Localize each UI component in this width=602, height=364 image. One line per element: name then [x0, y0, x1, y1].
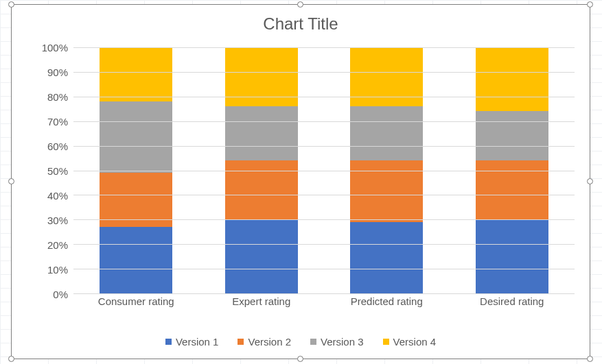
resize-handle-w[interactable] [8, 178, 14, 184]
bar-segment[interactable] [100, 173, 172, 227]
x-axis-label: Desired rating [450, 295, 575, 315]
legend-label: Version 3 [321, 336, 364, 348]
legend-label: Version 2 [248, 336, 291, 348]
y-tick-label: 20% [47, 239, 68, 251]
bar-segment[interactable] [350, 222, 423, 293]
bar-segment[interactable] [100, 101, 172, 173]
bar-segment[interactable] [225, 106, 298, 160]
gridline [73, 244, 575, 245]
bar-segment[interactable] [350, 106, 423, 160]
bar-segment[interactable] [225, 219, 298, 293]
resize-handle-nw[interactable] [8, 1, 14, 8]
legend-swatch [165, 339, 172, 345]
resize-handle-n[interactable] [297, 1, 303, 8]
gridline [73, 121, 575, 122]
y-tick-label: 100% [42, 42, 68, 53]
legend-swatch [310, 339, 316, 345]
x-axis-label: Predicted rating [324, 295, 450, 315]
gridline [73, 47, 575, 48]
legend-item[interactable]: Version 2 [238, 336, 291, 348]
chart-object[interactable]: Chart Title 0%10%20%30%40%50%60%70%80%90… [11, 4, 590, 359]
legend-item[interactable]: Version 4 [383, 336, 437, 348]
resize-handle-sw[interactable] [8, 356, 14, 362]
gridline [73, 146, 575, 147]
gridline [73, 195, 575, 195]
plot-area[interactable] [73, 47, 575, 294]
legend-swatch [238, 339, 244, 345]
legend[interactable]: Version 1Version 2Version 3Version 4 [12, 336, 590, 348]
legend-item[interactable]: Version 3 [310, 336, 364, 348]
y-tick-label: 40% [47, 190, 68, 202]
legend-label: Version 4 [393, 336, 437, 348]
legend-label: Version 1 [176, 336, 219, 348]
bar-segment[interactable] [100, 227, 172, 293]
y-tick-label: 80% [47, 91, 68, 103]
chart-title[interactable]: Chart Title [12, 14, 590, 34]
bar-segment[interactable] [225, 47, 298, 106]
legend-swatch [383, 339, 389, 345]
y-tick-label: 90% [47, 66, 68, 78]
x-axis-label: Consumer rating [73, 295, 199, 315]
gridline [73, 269, 575, 269]
bar-segment[interactable] [100, 47, 172, 101]
gridline [73, 97, 575, 97]
legend-item[interactable]: Version 1 [165, 336, 219, 348]
x-axis-label: Expert rating [199, 295, 325, 315]
resize-handle-e[interactable] [587, 178, 593, 184]
bar-segment[interactable] [476, 219, 548, 293]
gridline [73, 72, 575, 73]
resize-handle-s[interactable] [297, 356, 303, 362]
y-tick-label: 60% [47, 141, 68, 152]
resize-handle-ne[interactable] [587, 1, 593, 8]
y-axis: 0%10%20%30%40%50%60%70%80%90%100% [34, 47, 73, 294]
y-tick-label: 0% [53, 289, 68, 300]
bar-segment[interactable] [476, 111, 548, 160]
x-axis: Consumer ratingExpert ratingPredicted ra… [73, 295, 575, 315]
bar-segment[interactable] [350, 47, 423, 106]
gridline [73, 219, 575, 220]
gridline [73, 171, 575, 171]
y-tick-label: 10% [47, 264, 68, 276]
bar-segment[interactable] [476, 47, 548, 111]
y-tick-label: 30% [47, 215, 68, 226]
resize-handle-se[interactable] [587, 356, 593, 362]
bar-segment[interactable] [476, 160, 548, 219]
plot-region: 0%10%20%30%40%50%60%70%80%90%100% [34, 47, 575, 294]
bar-segment[interactable] [225, 160, 298, 219]
gridline [73, 293, 575, 294]
y-tick-label: 50% [47, 165, 68, 177]
y-tick-label: 70% [47, 116, 68, 128]
